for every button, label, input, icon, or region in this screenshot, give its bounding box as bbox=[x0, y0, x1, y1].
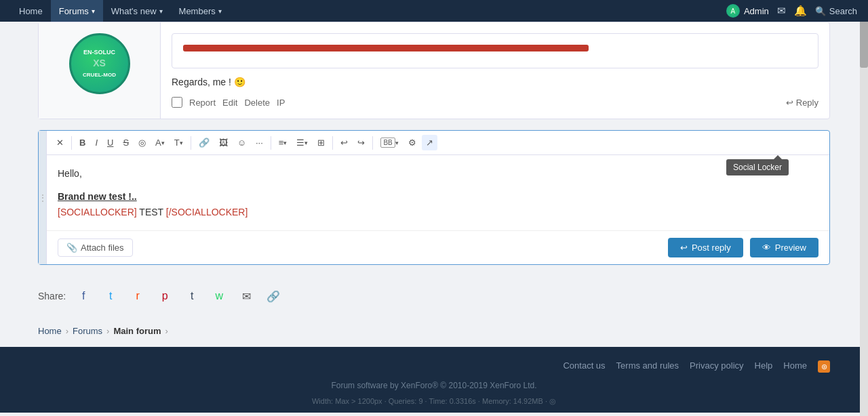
toolbar-eraser-button[interactable]: ✕ bbox=[52, 135, 68, 150]
nav-home[interactable]: Home bbox=[11, 0, 51, 22]
toolbar-image-button[interactable]: 🖼 bbox=[215, 135, 232, 150]
share-row: Share: f t r p t w ✉ 🔗 bbox=[38, 278, 830, 314]
post-author-avatar: EN-SOLUC XS CRUEL-MOD bbox=[69, 33, 130, 94]
search-label: Search bbox=[829, 6, 857, 16]
scrollbar-track[interactable] bbox=[860, 0, 868, 413]
post-body-top: Regards, me ! 🙂 Report Edit Delete IP ↩ … bbox=[161, 22, 829, 119]
toolbar-table-button[interactable]: ⊞ bbox=[313, 135, 329, 150]
preview-button[interactable]: 👁 Preview bbox=[750, 238, 818, 257]
post-card-top: EN-SOLUC XS CRUEL-MOD Regards, me ! 🙂 Re… bbox=[38, 22, 830, 119]
bb-icon: BB bbox=[380, 138, 395, 148]
report-link[interactable]: Report bbox=[189, 98, 216, 108]
footer-copyright: Forum software by XenForo® © 2010-2019 X… bbox=[38, 381, 830, 390]
search-icon: 🔍 bbox=[815, 6, 826, 16]
editor-main: ✕ B I U S ◎ A▾ T▾ 🔗 🖼 ☺ ··· ≡▾ ☰▾ ⊞ bbox=[47, 131, 829, 264]
toolbar-font-button[interactable]: A▾ bbox=[151, 135, 169, 150]
toolbar-strikethrough-button[interactable]: S bbox=[119, 135, 133, 150]
breadcrumb-current: Main forum bbox=[113, 326, 161, 336]
toolbar-align-button[interactable]: ≡▾ bbox=[275, 135, 292, 150]
eye-icon: 👁 bbox=[762, 243, 771, 253]
upload-box bbox=[172, 33, 818, 68]
editor-footer-right: ↩ Post reply 👁 Preview bbox=[668, 238, 818, 257]
admin-profile[interactable]: A Admin bbox=[726, 4, 769, 18]
toolbar-list-button[interactable]: ☰▾ bbox=[292, 135, 312, 150]
content-social-locker-line: [SOCIALLOCKER] TEST [/SOCIALLOCKER] bbox=[58, 205, 818, 220]
page-footer: Contact us Terms and rules Privacy polic… bbox=[0, 347, 868, 413]
footer-contact-link[interactable]: Contact us bbox=[563, 360, 605, 373]
post-reply-icon: ↩ bbox=[680, 243, 688, 253]
footer-help-link[interactable]: Help bbox=[755, 360, 773, 373]
breadcrumb: Home › Forums › Main forum › bbox=[38, 320, 830, 347]
eraser-icon: ✕ bbox=[56, 138, 64, 148]
breadcrumb-forums[interactable]: Forums bbox=[73, 326, 102, 336]
share-email-icon[interactable]: ✉ bbox=[237, 287, 256, 306]
regards-text: Regards, me ! 🙂 bbox=[172, 77, 818, 87]
footer-links: Contact us Terms and rules Privacy polic… bbox=[38, 360, 830, 373]
post-actions: Report Edit Delete IP ↩ Reply bbox=[172, 97, 818, 108]
footer-home-link[interactable]: Home bbox=[783, 360, 807, 373]
toolbar-separator-2 bbox=[191, 136, 191, 150]
brand-new-text: Brand new test !.. bbox=[58, 191, 137, 202]
share-link-icon[interactable]: 🔗 bbox=[264, 287, 283, 306]
nav-forums[interactable]: Forums ▾ bbox=[51, 0, 103, 22]
toolbar-undo-button[interactable]: ↩ bbox=[336, 135, 352, 150]
editor-content[interactable]: Hello, Brand new test !.. [SOCIALLOCKER]… bbox=[47, 155, 829, 230]
footer-rss-icon[interactable]: ⊛ bbox=[818, 360, 830, 373]
toolbar-separator-1 bbox=[71, 136, 72, 150]
content-brand-line: Brand new test !.. bbox=[58, 189, 818, 204]
breadcrumb-home[interactable]: Home bbox=[38, 326, 62, 336]
share-tumblr-icon[interactable]: t bbox=[182, 287, 201, 306]
editor-drag-handle[interactable] bbox=[39, 131, 47, 264]
post-checkbox[interactable] bbox=[172, 97, 182, 108]
bell-icon[interactable]: 🔔 bbox=[794, 5, 807, 17]
post-sidebar: EN-SOLUC XS CRUEL-MOD bbox=[39, 22, 161, 119]
toolbar-separator-5 bbox=[372, 136, 373, 150]
navbar: Home Forums ▾ What's new ▾ Members ▾ A A… bbox=[0, 0, 868, 22]
breadcrumb-sep-3: › bbox=[165, 326, 168, 336]
toolbar-bold-button[interactable]: B bbox=[75, 135, 90, 150]
editor-card: ✕ B I U S ◎ A▾ T▾ 🔗 🖼 ☺ ··· ≡▾ ☰▾ ⊞ bbox=[38, 130, 830, 265]
toolbar-redo-button[interactable]: ↪ bbox=[353, 135, 369, 150]
admin-avatar: A bbox=[726, 4, 740, 18]
share-facebook-icon[interactable]: f bbox=[74, 287, 93, 306]
toolbar-highlight-button[interactable]: ◎ bbox=[134, 135, 150, 150]
breadcrumb-sep-2: › bbox=[106, 326, 109, 336]
nav-whats-new[interactable]: What's new ▾ bbox=[103, 0, 171, 22]
edit-link[interactable]: Edit bbox=[222, 98, 237, 108]
breadcrumb-sep-1: › bbox=[66, 326, 68, 336]
scrollbar-thumb[interactable] bbox=[860, 14, 868, 68]
attach-files-button[interactable]: 📎 Attach files bbox=[58, 238, 133, 257]
reply-link[interactable]: ↩ Reply bbox=[786, 98, 818, 108]
nav-forums-chevron: ▾ bbox=[92, 7, 95, 15]
delete-link[interactable]: Delete bbox=[244, 98, 270, 108]
footer-terms-link[interactable]: Terms and rules bbox=[616, 360, 679, 373]
ip-link[interactable]: IP bbox=[277, 98, 285, 108]
social-locker-tooltip: Social Locker bbox=[726, 159, 789, 175]
toolbar-social-share-button[interactable]: ↗ bbox=[422, 135, 437, 150]
nav-members-chevron: ▾ bbox=[218, 7, 222, 15]
nav-members-label: Members bbox=[179, 6, 216, 16]
nav-whats-new-chevron: ▾ bbox=[159, 7, 163, 15]
footer-privacy-link[interactable]: Privacy policy bbox=[690, 360, 743, 373]
toolbar-link-button[interactable]: 🔗 bbox=[195, 135, 214, 150]
share-pinterest-icon[interactable]: p bbox=[155, 287, 174, 306]
editor-toolbar: ✕ B I U S ◎ A▾ T▾ 🔗 🖼 ☺ ··· ≡▾ ☰▾ ⊞ bbox=[47, 131, 829, 155]
post-reply-button[interactable]: ↩ Post reply bbox=[668, 238, 743, 257]
nav-right: A Admin ✉ 🔔 🔍 Search bbox=[726, 4, 857, 18]
toolbar-emoji-button[interactable]: ☺ bbox=[233, 135, 250, 150]
toolbar-underline-button[interactable]: U bbox=[103, 135, 117, 150]
reply-arrow-icon: ↩ bbox=[786, 98, 793, 108]
share-twitter-icon[interactable]: t bbox=[101, 287, 120, 306]
toolbar-separator-3 bbox=[271, 136, 271, 150]
mail-icon[interactable]: ✉ bbox=[777, 5, 786, 17]
toolbar-bb-button[interactable]: BB ▾ bbox=[376, 135, 402, 150]
share-whatsapp-icon[interactable]: w bbox=[210, 287, 229, 306]
toolbar-italic-button[interactable]: I bbox=[91, 135, 102, 150]
nav-members[interactable]: Members ▾ bbox=[171, 0, 230, 22]
content-middle-text: TEST bbox=[139, 207, 165, 217]
search-button[interactable]: 🔍 Search bbox=[815, 6, 857, 16]
toolbar-settings-button[interactable]: ⚙ bbox=[404, 135, 420, 150]
share-reddit-icon[interactable]: r bbox=[128, 287, 147, 306]
toolbar-fontsize-button[interactable]: T▾ bbox=[170, 135, 187, 150]
toolbar-more-button[interactable]: ··· bbox=[252, 135, 267, 150]
